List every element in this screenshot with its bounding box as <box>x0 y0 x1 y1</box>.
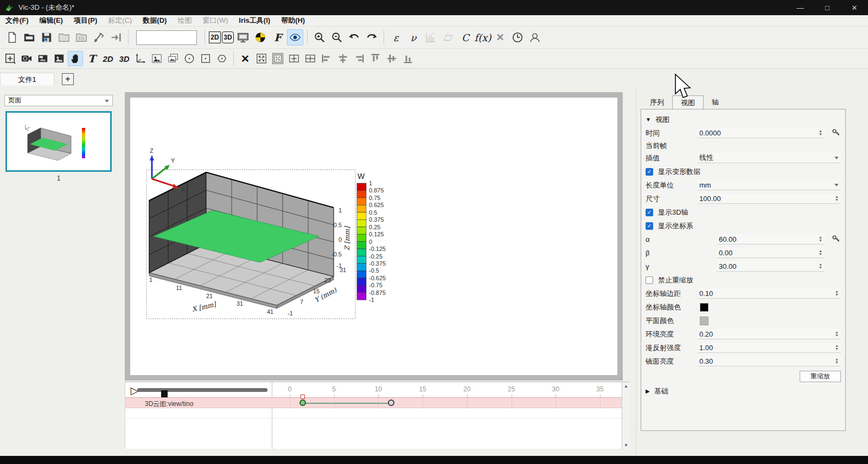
visibility-eye-icon[interactable] <box>287 29 303 46</box>
calibration-target-icon[interactable] <box>252 29 269 46</box>
alpha-spinner[interactable]: ▲▼ <box>817 234 824 244</box>
menu-edit[interactable]: 编辑(E) <box>34 15 68 27</box>
circle-tool-icon[interactable]: C <box>457 29 474 46</box>
fit-view-icon[interactable] <box>254 51 269 66</box>
page-thumbnail[interactable] <box>5 111 112 172</box>
zoom-out-icon[interactable] <box>329 29 345 46</box>
text-tool-icon[interactable]: T <box>84 51 99 66</box>
fit-page-icon[interactable] <box>270 51 285 66</box>
ambient-input[interactable]: 0.20 ▲▼ <box>698 329 841 339</box>
square-marker-icon[interactable] <box>198 51 213 66</box>
tab-axis[interactable]: 轴 <box>704 95 727 109</box>
show-coord-row[interactable]: ✓ 显示坐标系 <box>646 219 841 233</box>
align-left-icon[interactable] <box>319 51 334 66</box>
3d-surface-plot[interactable]: Z Y X 111213141 -17152331 10.50-0.5-1 X … <box>136 145 396 324</box>
velocity-nu-icon[interactable]: ν <box>405 29 422 46</box>
zoom-in-icon[interactable] <box>311 29 328 46</box>
keyframe-key-icon[interactable] <box>832 128 841 139</box>
close-icon[interactable]: ✕ <box>841 0 868 15</box>
menu-help[interactable]: 帮助(H) <box>276 15 310 27</box>
save-icon[interactable] <box>39 29 55 46</box>
axes-icon[interactable] <box>133 51 148 66</box>
delete-icon[interactable]: ✕ <box>238 51 253 66</box>
timeline-scrollbar[interactable]: ▲ ▼ <box>622 382 630 449</box>
align-bottom-icon[interactable] <box>400 51 416 66</box>
show-deformed-checkbox[interactable]: ✓ <box>646 168 653 176</box>
axis-color-swatch[interactable] <box>700 303 709 312</box>
scroll-down-icon[interactable]: ▼ <box>624 443 628 448</box>
show-coord-checkbox[interactable]: ✓ <box>646 222 653 230</box>
length-unit-dropdown[interactable]: mm <box>698 180 841 190</box>
diffuse-spinner[interactable]: ▲▼ <box>833 343 840 352</box>
redo-icon[interactable] <box>363 29 380 46</box>
rescale-button[interactable]: 重缩放 <box>800 371 841 382</box>
menu-project[interactable]: 项目(P) <box>68 15 103 27</box>
keyframe-key-icon[interactable] <box>832 234 841 245</box>
new-file-icon[interactable] <box>4 29 20 46</box>
axis-margin-input[interactable]: 0.10 ▲▼ <box>698 288 841 299</box>
insert-image-icon[interactable] <box>149 51 164 66</box>
plot-track-row[interactable]: 3D云图:view/tino <box>125 397 630 408</box>
plane-color-swatch[interactable] <box>700 317 709 325</box>
undo-icon[interactable] <box>346 29 362 46</box>
time-spinner[interactable]: ▲▼ <box>817 128 824 138</box>
page-selector-dropdown[interactable]: 页面 <box>4 95 113 106</box>
remove-data-icon[interactable]: ✕ <box>492 29 508 46</box>
3d-view-icon[interactable]: 3D <box>222 31 234 43</box>
strain-epsilon-icon[interactable]: ε <box>388 29 404 46</box>
font-icon[interactable]: F <box>270 29 286 46</box>
clock-icon[interactable] <box>509 29 526 46</box>
align-middle-icon[interactable] <box>384 51 399 66</box>
align-center-icon[interactable] <box>335 51 350 66</box>
scroll-up-icon[interactable]: ▲ <box>624 384 628 389</box>
extract-plane-icon[interactable] <box>440 29 456 46</box>
show-3d-axes-checkbox[interactable]: ✓ <box>646 209 653 216</box>
size-spinner[interactable]: ▲▼ <box>833 194 840 203</box>
screen-icon[interactable] <box>235 29 251 46</box>
video-icon[interactable] <box>19 51 34 66</box>
ambient-spinner[interactable]: ▲▼ <box>833 329 840 339</box>
specular-spinner[interactable]: ▲▼ <box>833 356 840 366</box>
copy-images-icon[interactable] <box>165 51 181 66</box>
project-folder-icon[interactable] <box>73 29 90 46</box>
show-deformed-row[interactable]: ✓ 显示变形数据 <box>646 165 841 178</box>
beta-spinner[interactable]: ▲▼ <box>817 248 824 257</box>
2d-plot-icon[interactable]: 2D <box>100 51 116 66</box>
alpha-input[interactable]: 60.00 ▲▼ <box>717 234 825 244</box>
caliper-icon[interactable] <box>91 29 107 46</box>
timeline-slider[interactable] <box>137 388 267 392</box>
menu-file[interactable]: 文件(F) <box>0 15 34 27</box>
tab-sequence[interactable]: 序列 <box>642 95 672 109</box>
center-vertical-icon[interactable] <box>303 51 318 66</box>
export-image-icon[interactable] <box>35 51 50 66</box>
3d-plot-icon[interactable]: 3D <box>117 51 132 66</box>
2d-view-icon[interactable]: 2D <box>209 31 221 43</box>
menu-iris-tools[interactable]: Iris工具(I) <box>233 15 276 27</box>
keyframe-marker[interactable] <box>301 395 305 399</box>
minimize-icon[interactable]: — <box>787 0 814 15</box>
beta-input[interactable]: 0.00 ▲▼ <box>717 248 825 258</box>
hexagon-marker-icon[interactable] <box>214 51 229 66</box>
add-plot-icon[interactable] <box>3 51 18 66</box>
export-icon[interactable] <box>108 29 124 46</box>
specular-input[interactable]: 0.30 ▲▼ <box>698 356 841 366</box>
timeline-ruler[interactable]: 05101520253035 <box>272 382 622 397</box>
add-tab-button[interactable]: + <box>62 73 74 85</box>
interpolation-dropdown[interactable]: 线性 <box>698 153 841 163</box>
menu-data[interactable]: 数据(D) <box>137 15 172 27</box>
align-top-icon[interactable] <box>368 51 383 66</box>
maximize-icon[interactable]: □ <box>814 0 841 15</box>
image-icon[interactable] <box>52 51 67 66</box>
basic-section-header[interactable]: ▶ 基础 <box>646 384 841 398</box>
time-input[interactable]: 0.0000 ▲▼ <box>698 128 825 138</box>
gamma-input[interactable]: 30.00 ▲▼ <box>717 261 825 272</box>
person-icon[interactable] <box>527 29 543 46</box>
pan-hand-icon[interactable] <box>68 51 83 66</box>
align-right-icon[interactable] <box>352 51 367 66</box>
histogram-icon[interactable] <box>423 29 439 46</box>
center-horizontal-icon[interactable] <box>286 51 302 66</box>
quick-input[interactable] <box>136 30 197 45</box>
circle-marker-icon[interactable] <box>182 51 197 66</box>
no-rescale-checkbox[interactable] <box>646 276 653 284</box>
function-icon[interactable]: f(x) <box>475 29 491 46</box>
